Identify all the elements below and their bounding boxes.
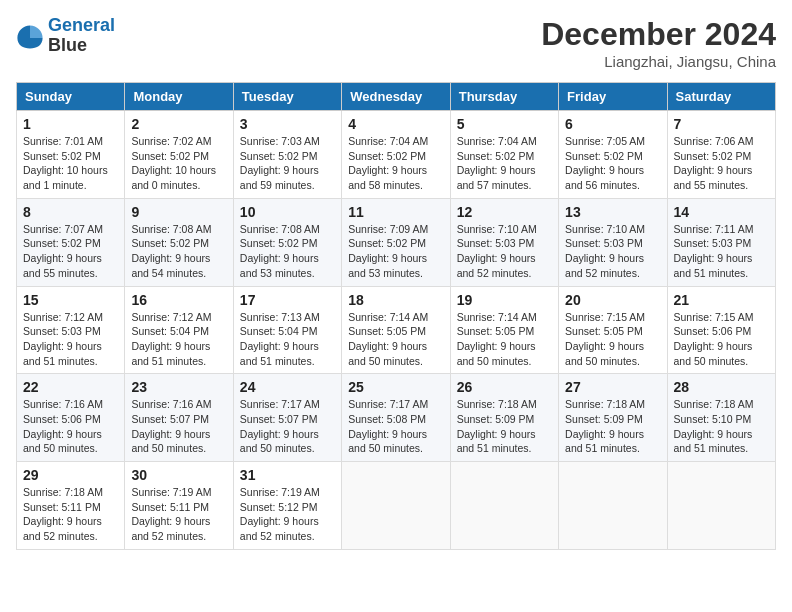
day-number: 29 — [23, 467, 118, 483]
day-info: Sunrise: 7:06 AMSunset: 5:02 PMDaylight:… — [674, 134, 769, 193]
day-number: 21 — [674, 292, 769, 308]
calendar-cell: 29Sunrise: 7:18 AMSunset: 5:11 PMDayligh… — [17, 462, 125, 550]
day-info: Sunrise: 7:10 AMSunset: 5:03 PMDaylight:… — [457, 222, 552, 281]
day-number: 5 — [457, 116, 552, 132]
calendar-cell: 19Sunrise: 7:14 AMSunset: 5:05 PMDayligh… — [450, 286, 558, 374]
weekday-header: Saturday — [667, 83, 775, 111]
day-number: 31 — [240, 467, 335, 483]
day-number: 28 — [674, 379, 769, 395]
day-info: Sunrise: 7:12 AMSunset: 5:03 PMDaylight:… — [23, 310, 118, 369]
day-info: Sunrise: 7:16 AMSunset: 5:07 PMDaylight:… — [131, 397, 226, 456]
calendar-cell — [342, 462, 450, 550]
day-info: Sunrise: 7:11 AMSunset: 5:03 PMDaylight:… — [674, 222, 769, 281]
day-number: 13 — [565, 204, 660, 220]
calendar-cell: 16Sunrise: 7:12 AMSunset: 5:04 PMDayligh… — [125, 286, 233, 374]
calendar-table: SundayMondayTuesdayWednesdayThursdayFrid… — [16, 82, 776, 550]
day-info: Sunrise: 7:10 AMSunset: 5:03 PMDaylight:… — [565, 222, 660, 281]
day-number: 10 — [240, 204, 335, 220]
day-info: Sunrise: 7:07 AMSunset: 5:02 PMDaylight:… — [23, 222, 118, 281]
day-number: 8 — [23, 204, 118, 220]
calendar-cell: 8Sunrise: 7:07 AMSunset: 5:02 PMDaylight… — [17, 198, 125, 286]
weekday-header: Monday — [125, 83, 233, 111]
day-info: Sunrise: 7:15 AMSunset: 5:06 PMDaylight:… — [674, 310, 769, 369]
calendar-cell: 23Sunrise: 7:16 AMSunset: 5:07 PMDayligh… — [125, 374, 233, 462]
day-number: 27 — [565, 379, 660, 395]
day-info: Sunrise: 7:02 AMSunset: 5:02 PMDaylight:… — [131, 134, 226, 193]
day-info: Sunrise: 7:19 AMSunset: 5:12 PMDaylight:… — [240, 485, 335, 544]
calendar-cell: 27Sunrise: 7:18 AMSunset: 5:09 PMDayligh… — [559, 374, 667, 462]
day-info: Sunrise: 7:08 AMSunset: 5:02 PMDaylight:… — [240, 222, 335, 281]
calendar-cell: 21Sunrise: 7:15 AMSunset: 5:06 PMDayligh… — [667, 286, 775, 374]
day-number: 19 — [457, 292, 552, 308]
calendar-cell — [667, 462, 775, 550]
calendar-cell: 1Sunrise: 7:01 AMSunset: 5:02 PMDaylight… — [17, 111, 125, 199]
month-title: December 2024 — [541, 16, 776, 53]
day-number: 30 — [131, 467, 226, 483]
calendar-cell: 28Sunrise: 7:18 AMSunset: 5:10 PMDayligh… — [667, 374, 775, 462]
day-info: Sunrise: 7:04 AMSunset: 5:02 PMDaylight:… — [348, 134, 443, 193]
day-number: 14 — [674, 204, 769, 220]
calendar-cell: 20Sunrise: 7:15 AMSunset: 5:05 PMDayligh… — [559, 286, 667, 374]
day-number: 22 — [23, 379, 118, 395]
calendar-cell: 3Sunrise: 7:03 AMSunset: 5:02 PMDaylight… — [233, 111, 341, 199]
day-info: Sunrise: 7:19 AMSunset: 5:11 PMDaylight:… — [131, 485, 226, 544]
calendar-cell: 13Sunrise: 7:10 AMSunset: 5:03 PMDayligh… — [559, 198, 667, 286]
day-info: Sunrise: 7:03 AMSunset: 5:02 PMDaylight:… — [240, 134, 335, 193]
location-subtitle: Liangzhai, Jiangsu, China — [541, 53, 776, 70]
calendar-cell: 30Sunrise: 7:19 AMSunset: 5:11 PMDayligh… — [125, 462, 233, 550]
calendar-cell: 11Sunrise: 7:09 AMSunset: 5:02 PMDayligh… — [342, 198, 450, 286]
day-number: 23 — [131, 379, 226, 395]
day-info: Sunrise: 7:08 AMSunset: 5:02 PMDaylight:… — [131, 222, 226, 281]
day-info: Sunrise: 7:01 AMSunset: 5:02 PMDaylight:… — [23, 134, 118, 193]
calendar-cell: 31Sunrise: 7:19 AMSunset: 5:12 PMDayligh… — [233, 462, 341, 550]
day-number: 4 — [348, 116, 443, 132]
day-number: 1 — [23, 116, 118, 132]
day-number: 9 — [131, 204, 226, 220]
day-info: Sunrise: 7:04 AMSunset: 5:02 PMDaylight:… — [457, 134, 552, 193]
title-block: December 2024 Liangzhai, Jiangsu, China — [541, 16, 776, 70]
day-info: Sunrise: 7:18 AMSunset: 5:09 PMDaylight:… — [457, 397, 552, 456]
day-info: Sunrise: 7:17 AMSunset: 5:08 PMDaylight:… — [348, 397, 443, 456]
day-info: Sunrise: 7:09 AMSunset: 5:02 PMDaylight:… — [348, 222, 443, 281]
day-number: 7 — [674, 116, 769, 132]
day-info: Sunrise: 7:14 AMSunset: 5:05 PMDaylight:… — [348, 310, 443, 369]
day-number: 25 — [348, 379, 443, 395]
weekday-header: Sunday — [17, 83, 125, 111]
weekday-header: Thursday — [450, 83, 558, 111]
calendar-cell: 25Sunrise: 7:17 AMSunset: 5:08 PMDayligh… — [342, 374, 450, 462]
day-number: 20 — [565, 292, 660, 308]
calendar-cell: 18Sunrise: 7:14 AMSunset: 5:05 PMDayligh… — [342, 286, 450, 374]
calendar-header: SundayMondayTuesdayWednesdayThursdayFrid… — [17, 83, 776, 111]
calendar-cell: 15Sunrise: 7:12 AMSunset: 5:03 PMDayligh… — [17, 286, 125, 374]
weekday-header: Wednesday — [342, 83, 450, 111]
day-number: 11 — [348, 204, 443, 220]
calendar-body: 1Sunrise: 7:01 AMSunset: 5:02 PMDaylight… — [17, 111, 776, 550]
calendar-cell: 26Sunrise: 7:18 AMSunset: 5:09 PMDayligh… — [450, 374, 558, 462]
calendar-cell: 24Sunrise: 7:17 AMSunset: 5:07 PMDayligh… — [233, 374, 341, 462]
calendar-cell: 17Sunrise: 7:13 AMSunset: 5:04 PMDayligh… — [233, 286, 341, 374]
day-info: Sunrise: 7:15 AMSunset: 5:05 PMDaylight:… — [565, 310, 660, 369]
calendar-cell: 5Sunrise: 7:04 AMSunset: 5:02 PMDaylight… — [450, 111, 558, 199]
day-number: 26 — [457, 379, 552, 395]
calendar-cell: 9Sunrise: 7:08 AMSunset: 5:02 PMDaylight… — [125, 198, 233, 286]
day-number: 15 — [23, 292, 118, 308]
calendar-cell: 2Sunrise: 7:02 AMSunset: 5:02 PMDaylight… — [125, 111, 233, 199]
calendar-cell — [450, 462, 558, 550]
logo: GeneralBlue — [16, 16, 115, 56]
calendar-week-row: 8Sunrise: 7:07 AMSunset: 5:02 PMDaylight… — [17, 198, 776, 286]
day-number: 2 — [131, 116, 226, 132]
weekday-row: SundayMondayTuesdayWednesdayThursdayFrid… — [17, 83, 776, 111]
day-number: 24 — [240, 379, 335, 395]
calendar-week-row: 15Sunrise: 7:12 AMSunset: 5:03 PMDayligh… — [17, 286, 776, 374]
day-number: 3 — [240, 116, 335, 132]
logo-text: GeneralBlue — [48, 16, 115, 56]
calendar-week-row: 29Sunrise: 7:18 AMSunset: 5:11 PMDayligh… — [17, 462, 776, 550]
day-info: Sunrise: 7:05 AMSunset: 5:02 PMDaylight:… — [565, 134, 660, 193]
calendar-cell: 12Sunrise: 7:10 AMSunset: 5:03 PMDayligh… — [450, 198, 558, 286]
calendar-cell: 4Sunrise: 7:04 AMSunset: 5:02 PMDaylight… — [342, 111, 450, 199]
day-info: Sunrise: 7:13 AMSunset: 5:04 PMDaylight:… — [240, 310, 335, 369]
day-number: 12 — [457, 204, 552, 220]
day-info: Sunrise: 7:12 AMSunset: 5:04 PMDaylight:… — [131, 310, 226, 369]
calendar-cell — [559, 462, 667, 550]
calendar-cell: 22Sunrise: 7:16 AMSunset: 5:06 PMDayligh… — [17, 374, 125, 462]
